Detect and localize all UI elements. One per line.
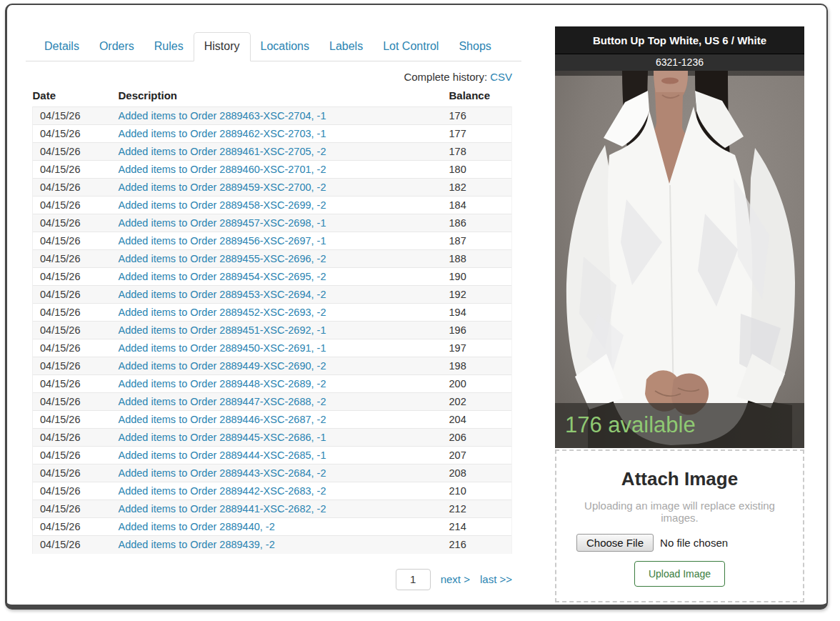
order-history-link[interactable]: Added items to Order 2889450-XSC-2691, -… xyxy=(119,342,326,354)
column-header-balance: Balance xyxy=(449,87,512,107)
order-history-link[interactable]: Added items to Order 2889442-XSC-2683, -… xyxy=(119,485,326,497)
cell-date: 04/15/26 xyxy=(33,197,119,214)
cell-description: Added items to Order 2889462-XSC-2703, -… xyxy=(119,125,449,143)
table-row: 04/15/26Added items to Order 2889451-XSC… xyxy=(33,322,512,339)
table-row: 04/15/26Added items to Order 2889448-XSC… xyxy=(33,375,512,393)
cell-description: Added items to Order 2889439, -2 xyxy=(119,536,449,554)
table-row: 04/15/26Added items to Order 2889444-XSC… xyxy=(33,447,512,464)
product-sku: 6321-1236 xyxy=(555,54,804,71)
tab-orders[interactable]: Orders xyxy=(89,33,144,61)
cell-description: Added items to Order 2889442-XSC-2683, -… xyxy=(119,482,449,500)
next-page-link[interactable]: next > xyxy=(441,573,470,585)
cell-date: 04/15/26 xyxy=(33,304,119,322)
order-history-link[interactable]: Added items to Order 2889447-XSC-2688, -… xyxy=(119,396,326,407)
table-row: 04/15/26Added items to Order 2889450-XSC… xyxy=(33,339,512,357)
order-history-link[interactable]: Added items to Order 2889444-XSC-2685, -… xyxy=(119,449,326,461)
order-history-link[interactable]: Added items to Order 2889441-XSC-2682, -… xyxy=(119,503,326,515)
order-history-link[interactable]: Added items to Order 2889454-XSC-2695, -… xyxy=(119,271,326,282)
cell-description: Added items to Order 2889457-XSC-2698, -… xyxy=(119,214,449,232)
cell-balance: 210 xyxy=(449,482,512,500)
cell-description: Added items to Order 2889440, -2 xyxy=(119,518,449,536)
cell-description: Added items to Order 2889445-XSC-2686, -… xyxy=(119,429,449,447)
tab-details[interactable]: Details xyxy=(34,33,89,61)
table-row: 04/15/26Added items to Order 2889454-XSC… xyxy=(33,268,512,286)
tab-rules[interactable]: Rules xyxy=(144,33,194,61)
table-row: 04/15/26Added items to Order 2889449-XSC… xyxy=(33,357,512,375)
cell-balance: 194 xyxy=(449,304,512,322)
table-row: 04/15/26Added items to Order 2889440, -2… xyxy=(33,518,512,536)
cell-date: 04/15/26 xyxy=(33,518,119,536)
order-history-link[interactable]: Added items to Order 2889460-XSC-2701, -… xyxy=(119,164,326,175)
order-history-link[interactable]: Added items to Order 2889453-XSC-2694, -… xyxy=(119,289,326,300)
history-table: Date Description Balance 04/15/26Added i… xyxy=(32,87,512,554)
cell-description: Added items to Order 2889459-XSC-2700, -… xyxy=(119,179,449,197)
order-history-link[interactable]: Added items to Order 2889452-XSC-2693, -… xyxy=(119,307,326,318)
order-history-link[interactable]: Added items to Order 2889443-XSC-2684, -… xyxy=(119,467,326,479)
cell-description: Added items to Order 2889452-XSC-2693, -… xyxy=(119,304,449,322)
order-history-link[interactable]: Added items to Order 2889456-XSC-2697, -… xyxy=(119,235,326,247)
column-header-description: Description xyxy=(119,87,449,107)
cell-date: 04/15/26 xyxy=(33,268,119,286)
app-window: DetailsOrdersRulesHistoryLocationsLabels… xyxy=(5,4,828,610)
order-history-link[interactable]: Added items to Order 2889459-XSC-2700, -… xyxy=(119,182,326,193)
tab-labels[interactable]: Labels xyxy=(319,33,373,61)
cell-description: Added items to Order 2889450-XSC-2691, -… xyxy=(119,339,449,357)
table-row: 04/15/26Added items to Order 2889439, -2… xyxy=(33,536,512,554)
order-history-link[interactable]: Added items to Order 2889461-XSC-2705, -… xyxy=(119,146,326,157)
attach-image-section: Attach Image Uploading an image will rep… xyxy=(555,449,804,602)
last-page-link[interactable]: last >> xyxy=(480,573,512,585)
order-history-link[interactable]: Added items to Order 2889439, -2 xyxy=(119,539,275,550)
cell-balance: 180 xyxy=(449,161,512,179)
order-history-link[interactable]: Added items to Order 2889455-XSC-2696, -… xyxy=(119,253,326,264)
cell-description: Added items to Order 2889458-XSC-2699, -… xyxy=(119,197,449,214)
cell-description: Added items to Order 2889449-XSC-2690, -… xyxy=(119,357,449,375)
upload-image-button[interactable]: Upload Image xyxy=(634,561,725,587)
availability-badge: 176 available xyxy=(555,403,804,448)
table-row: 04/15/26Added items to Order 2889462-XSC… xyxy=(33,125,512,143)
cell-balance: 178 xyxy=(449,143,512,161)
cell-date: 04/15/26 xyxy=(33,232,119,250)
product-panel: Button Up Top White, US 6 / White 6321-1… xyxy=(555,26,804,605)
cell-balance: 196 xyxy=(449,322,512,339)
cell-description: Added items to Order 2889443-XSC-2684, -… xyxy=(119,464,449,482)
table-row: 04/15/26Added items to Order 2889456-XSC… xyxy=(33,232,512,250)
cell-date: 04/15/26 xyxy=(33,536,119,554)
order-history-link[interactable]: Added items to Order 2889463-XSC-2704, -… xyxy=(119,110,326,121)
order-history-link[interactable]: Added items to Order 2889446-XSC-2687, -… xyxy=(119,414,326,425)
cell-description: Added items to Order 2889460-XSC-2701, -… xyxy=(119,161,449,179)
order-history-link[interactable]: Added items to Order 2889462-XSC-2703, -… xyxy=(119,128,326,139)
cell-balance: 192 xyxy=(449,286,512,304)
product-title: Button Up Top White, US 6 / White xyxy=(555,26,804,54)
cell-date: 04/15/26 xyxy=(33,357,119,375)
cell-date: 04/15/26 xyxy=(33,107,119,125)
csv-link[interactable]: CSV xyxy=(490,71,512,83)
cell-date: 04/15/26 xyxy=(33,161,119,179)
order-history-link[interactable]: Added items to Order 2889458-XSC-2699, -… xyxy=(119,199,326,211)
cell-balance: 214 xyxy=(449,518,512,536)
cell-date: 04/15/26 xyxy=(33,447,119,464)
order-history-link[interactable]: Added items to Order 2889448-XSC-2689, -… xyxy=(119,378,326,389)
order-history-link[interactable]: Added items to Order 2889445-XSC-2686, -… xyxy=(119,432,326,443)
cell-date: 04/15/26 xyxy=(33,286,119,304)
order-history-link[interactable]: Added items to Order 2889451-XSC-2692, -… xyxy=(119,324,326,336)
tab-lot-control[interactable]: Lot Control xyxy=(373,33,449,61)
order-history-link[interactable]: Added items to Order 2889449-XSC-2690, -… xyxy=(119,360,326,372)
order-history-link[interactable]: Added items to Order 2889457-XSC-2698, -… xyxy=(119,217,326,229)
tab-history[interactable]: History xyxy=(194,32,251,61)
file-status-text: No file chosen xyxy=(660,537,728,549)
cell-description: Added items to Order 2889448-XSC-2689, -… xyxy=(119,375,449,393)
cell-description: Added items to Order 2889453-XSC-2694, -… xyxy=(119,286,449,304)
page-number-input[interactable] xyxy=(396,569,431,590)
cell-balance: 208 xyxy=(449,464,512,482)
table-row: 04/15/26Added items to Order 2889442-XSC… xyxy=(33,482,512,500)
order-history-link[interactable]: Added items to Order 2889440, -2 xyxy=(119,521,275,532)
choose-file-button[interactable]: Choose File xyxy=(576,534,654,552)
cell-date: 04/15/26 xyxy=(33,375,119,393)
cell-balance: 216 xyxy=(449,536,512,554)
tab-locations[interactable]: Locations xyxy=(251,33,320,61)
complete-history-label: Complete history: xyxy=(404,71,487,83)
cell-description: Added items to Order 2889447-XSC-2688, -… xyxy=(119,393,449,411)
cell-balance: 182 xyxy=(449,179,512,197)
cell-balance: 204 xyxy=(449,411,512,429)
tab-shops[interactable]: Shops xyxy=(449,33,501,61)
